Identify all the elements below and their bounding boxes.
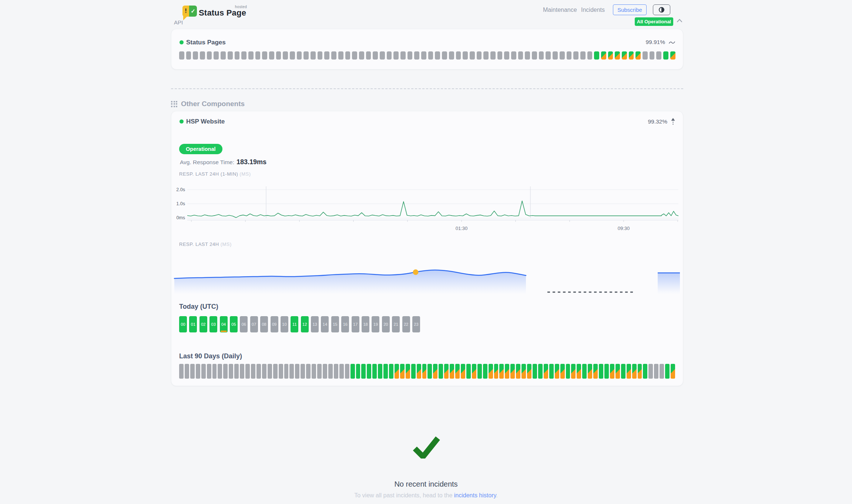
uptime-bar[interactable] [318,51,323,60]
uptime-bar[interactable] [648,364,653,379]
uptime-bar[interactable] [279,364,283,379]
uptime-bar[interactable] [297,51,302,60]
uptime-bar[interactable] [179,364,184,379]
uptime-bar[interactable] [331,51,336,60]
hour-block-14[interactable]: 14 [321,316,329,332]
uptime-bar[interactable] [494,364,499,379]
uptime-bar[interactable] [466,364,471,379]
uptime-bar[interactable] [594,51,599,60]
uptime-bar[interactable] [378,364,382,379]
uptime-bar[interactable] [505,364,509,379]
uptime-bar[interactable] [635,51,641,60]
subscribe-button[interactable]: Subscribe [613,4,647,15]
uptime-bar[interactable] [538,364,543,379]
uptime-bar[interactable] [566,364,570,379]
uptime-bar[interactable] [328,364,333,379]
uptime-bar[interactable] [393,51,399,60]
uptime-bar[interactable] [380,51,385,60]
incidents-history-link[interactable]: incidents history [454,492,496,498]
uptime-bar[interactable] [193,51,198,60]
nav-maintenance[interactable]: Maintenance [543,7,577,13]
uptime-bar[interactable] [201,364,206,379]
uptime-bar[interactable] [444,364,449,379]
uptime-bar[interactable] [654,364,658,379]
uptime-bar[interactable] [323,364,327,379]
uptime-bar[interactable] [510,364,515,379]
uptime-bar[interactable] [477,51,482,60]
hour-block-01[interactable]: 01 [189,316,197,332]
uptime-bar[interactable] [276,51,281,60]
uptime-bar[interactable] [372,364,377,379]
uptime-bar[interactable] [290,51,295,60]
nav-incidents[interactable]: Incidents [581,7,605,13]
uptime-bar[interactable] [499,364,504,379]
uptime-bar[interactable] [400,364,405,379]
uptime-bar[interactable] [555,364,559,379]
uptime-bar[interactable] [312,364,316,379]
uptime-bar[interactable] [306,364,311,379]
uptime-bar[interactable] [289,364,294,379]
hour-block-17[interactable]: 17 [352,316,359,332]
uptime-bar[interactable] [627,364,631,379]
uptime-bar[interactable] [604,364,609,379]
uptime-bar[interactable] [490,51,496,60]
uptime-bar[interactable] [638,364,642,379]
uptime-bar[interactable] [196,364,200,379]
uptime-bar[interactable] [643,364,647,379]
uptime-bar[interactable] [593,364,598,379]
uptime-bar[interactable] [504,51,509,60]
uptime-bar[interactable] [251,364,255,379]
uptime-bar[interactable] [411,364,416,379]
uptime-bar[interactable] [582,364,587,379]
uptime-bar[interactable] [532,51,537,60]
uptime-bar[interactable] [190,364,195,379]
uptime-bar[interactable] [461,364,465,379]
uptime-bar[interactable] [483,51,489,60]
uptime-bar[interactable] [587,51,593,60]
uptime-bar[interactable] [455,364,460,379]
uptime-bar[interactable] [359,51,364,60]
uptime-bar[interactable] [311,51,316,60]
uptime-bar[interactable] [433,364,437,379]
uptime-bar[interactable] [599,364,603,379]
hour-block-07[interactable]: 07 [250,316,258,332]
uptime-bar[interactable] [615,51,620,60]
uptime-bar[interactable] [601,51,606,60]
uptime-bar[interactable] [511,51,516,60]
uptime-bar[interactable] [571,364,576,379]
uptime-bar[interactable] [615,364,620,379]
uptime-bar[interactable] [497,51,503,60]
uptime-bar[interactable] [546,51,551,60]
uptime-bar[interactable] [477,364,482,379]
uptime-bar[interactable] [516,364,520,379]
hour-block-05[interactable]: 05 [230,316,238,332]
uptime-bar[interactable] [663,51,668,60]
uptime-bar[interactable] [629,51,634,60]
uptime-bar[interactable] [361,364,366,379]
uptime-bar[interactable] [643,51,648,60]
uptime-bar[interactable] [439,364,443,379]
uptime-bar[interactable] [229,364,233,379]
uptime-bar[interactable] [389,364,393,379]
uptime-bar[interactable] [235,51,240,60]
uptime-bar[interactable] [303,51,309,60]
uptime-bar[interactable] [356,364,360,379]
uptime-bar[interactable] [234,364,239,379]
hour-block-23[interactable]: 23 [412,316,420,332]
uptime-bar[interactable] [544,364,548,379]
uptime-bar[interactable] [610,364,614,379]
uptime-bar[interactable] [338,51,343,60]
uptime-bar[interactable] [608,51,613,60]
uptime-bar[interactable] [670,51,675,60]
uptime-bar[interactable] [268,364,272,379]
uptime-bar[interactable] [269,51,274,60]
uptime-bar[interactable] [295,364,299,379]
uptime-bar[interactable] [580,51,586,60]
uptime-bar[interactable] [577,364,581,379]
hour-block-19[interactable]: 19 [372,316,379,332]
uptime-bar[interactable] [665,364,670,379]
hour-block-10[interactable]: 10 [281,316,288,332]
uptime-bar[interactable] [442,51,447,60]
uptime-bar[interactable] [373,51,378,60]
uptime-bar[interactable] [214,51,219,60]
